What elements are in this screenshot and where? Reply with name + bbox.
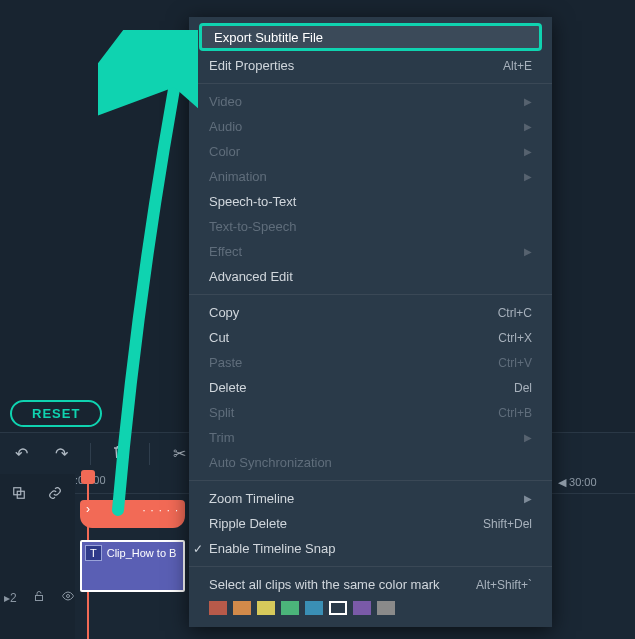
divider: [90, 443, 91, 465]
divider: [149, 443, 150, 465]
color-swatch[interactable]: [377, 601, 395, 615]
menu-separator: [189, 294, 552, 295]
menu-label: Advanced Edit: [209, 269, 293, 284]
menu-effect: Effect ▶: [189, 239, 552, 264]
trash-icon[interactable]: [109, 444, 131, 464]
menu-split: Split Ctrl+B: [189, 400, 552, 425]
menu-ripple-delete[interactable]: Ripple Delete Shift+Del: [189, 511, 552, 536]
text-clip[interactable]: TClip_How to B: [80, 540, 185, 592]
menu-label: Trim: [209, 430, 235, 445]
menu-paste: Paste Ctrl+V: [189, 350, 552, 375]
menu-delete[interactable]: Delete Del: [189, 375, 552, 400]
menu-label: Copy: [209, 305, 239, 320]
clip-dots-icon: · · · · ·: [142, 504, 179, 516]
menu-zoom-timeline[interactable]: Zoom Timeline ▶: [189, 486, 552, 511]
lock-icon[interactable]: [33, 590, 45, 605]
chevron-right-icon: ›: [86, 502, 90, 516]
menu-label: Effect: [209, 244, 242, 259]
chevron-right-icon: ▶: [524, 121, 532, 132]
menu-advanced-edit[interactable]: Advanced Edit: [189, 264, 552, 289]
subtitle-clip[interactable]: › · · · · ·: [80, 500, 185, 528]
menu-separator: [189, 480, 552, 481]
menu-label: Animation: [209, 169, 267, 184]
menu-shortcut: Del: [514, 381, 532, 395]
menu-shortcut: Shift+Del: [483, 517, 532, 531]
menu-label: Split: [209, 405, 234, 420]
menu-label: Auto Synchronization: [209, 455, 332, 470]
context-menu: Export Subtitle File Edit Properties Alt…: [189, 17, 552, 627]
color-swatch[interactable]: [257, 601, 275, 615]
chevron-right-icon: ▶: [524, 493, 532, 504]
chevron-right-icon: ▶: [524, 246, 532, 257]
menu-label: Cut: [209, 330, 229, 345]
menu-label: Enable Timeline Snap: [209, 541, 335, 556]
check-icon: ✓: [193, 542, 203, 556]
chevron-right-icon: ▶: [524, 432, 532, 443]
scissors-icon[interactable]: ✂: [168, 444, 190, 463]
menu-enable-snap[interactable]: ✓ Enable Timeline Snap: [189, 536, 552, 561]
timeline-indicator: ◀ 30:00: [558, 476, 597, 489]
menu-label: Delete: [209, 380, 247, 395]
layers-icon[interactable]: [10, 486, 28, 503]
menu-separator: [189, 83, 552, 84]
menu-trim: Trim ▶: [189, 425, 552, 450]
redo-icon[interactable]: ↷: [50, 444, 72, 463]
chevron-right-icon: ▶: [524, 96, 532, 107]
secondary-toolbar: [0, 479, 64, 509]
menu-edit-properties[interactable]: Edit Properties Alt+E: [189, 53, 552, 78]
menu-shortcut: Alt+Shift+`: [476, 578, 532, 592]
undo-icon[interactable]: ↶: [10, 444, 32, 463]
menu-label: Color: [209, 144, 240, 159]
menu-cut[interactable]: Cut Ctrl+X: [189, 325, 552, 350]
menu-separator: [189, 566, 552, 567]
menu-speech-to-text[interactable]: Speech-to-Text: [189, 189, 552, 214]
text-clip-label: Clip_How to B: [105, 547, 177, 559]
menu-video: Video ▶: [189, 89, 552, 114]
menu-label: Paste: [209, 355, 242, 370]
track-row-controls: ▸2: [0, 590, 75, 605]
color-swatch-row: [189, 597, 552, 623]
track-collapse-badge[interactable]: ▸2: [4, 591, 17, 605]
text-clip-badge: T: [85, 545, 102, 561]
menu-label: Edit Properties: [209, 58, 294, 73]
menu-select-color[interactable]: Select all clips with the same color mar…: [189, 572, 552, 597]
menu-label: Speech-to-Text: [209, 194, 296, 209]
menu-label: Text-to-Speech: [209, 219, 296, 234]
menu-label: Audio: [209, 119, 242, 134]
menu-label: Select all clips with the same color mar…: [209, 577, 439, 592]
svg-rect-2: [35, 596, 42, 601]
chevron-right-icon: ▶: [524, 146, 532, 157]
menu-auto-sync: Auto Synchronization: [189, 450, 552, 475]
color-swatch[interactable]: [305, 601, 323, 615]
menu-label: Ripple Delete: [209, 516, 287, 531]
timeline-tick-end: 30:00: [569, 476, 597, 488]
menu-label: Video: [209, 94, 242, 109]
menu-export-subtitle[interactable]: Export Subtitle File: [199, 23, 542, 51]
menu-shortcut: Ctrl+X: [498, 331, 532, 345]
menu-label: Export Subtitle File: [214, 30, 323, 45]
reset-button[interactable]: RESET: [10, 400, 102, 427]
menu-audio: Audio ▶: [189, 114, 552, 139]
menu-animation: Animation ▶: [189, 164, 552, 189]
chevron-right-icon: ▶: [524, 171, 532, 182]
menu-text-to-speech: Text-to-Speech: [189, 214, 552, 239]
menu-shortcut: Ctrl+V: [498, 356, 532, 370]
menu-shortcut: Alt+E: [503, 59, 532, 73]
color-swatch[interactable]: [209, 601, 227, 615]
menu-label: Zoom Timeline: [209, 491, 294, 506]
menu-copy[interactable]: Copy Ctrl+C: [189, 300, 552, 325]
color-swatch[interactable]: [353, 601, 371, 615]
eye-icon[interactable]: [61, 590, 75, 605]
svg-point-3: [66, 595, 69, 598]
menu-shortcut: Ctrl+C: [498, 306, 532, 320]
color-swatch[interactable]: [233, 601, 251, 615]
menu-shortcut: Ctrl+B: [498, 406, 532, 420]
color-swatch[interactable]: [281, 601, 299, 615]
menu-color: Color ▶: [189, 139, 552, 164]
link-icon[interactable]: [46, 486, 64, 503]
color-swatch[interactable]: [329, 601, 347, 615]
